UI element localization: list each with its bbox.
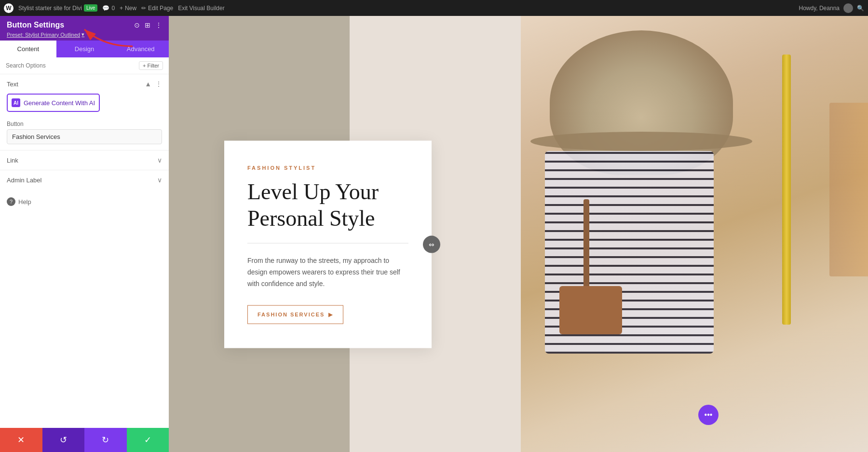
admin-bar-left: W Stylist starter site for Divi Live 💬 0…	[4, 3, 225, 13]
preset-text[interactable]: Preset: Stylist Primary Outlined	[7, 32, 80, 38]
wordpress-logo[interactable]: W	[4, 3, 14, 13]
howdy-text: Howdy, Deanna	[799, 5, 840, 12]
live-badge: Live	[84, 4, 97, 12]
hat-brim	[530, 132, 752, 151]
text-section-title: Text	[7, 81, 18, 88]
filter-button[interactable]: + Filter	[139, 61, 163, 70]
section-more-icon[interactable]: ⋮	[155, 80, 162, 88]
user-avatar	[843, 3, 853, 13]
ai-generate-label: Generate Content With AI	[24, 99, 95, 107]
help-icon[interactable]: ?	[7, 197, 15, 206]
main-content: FASHION STYLIST Level Up Your Personal S…	[169, 16, 868, 452]
card-body: From the runway to the streets, my appro…	[247, 255, 408, 289]
fashion-services-label: FASHION SERVICES	[258, 312, 325, 317]
button-field-label: Button	[0, 118, 169, 129]
preset-chevron: ▾	[81, 31, 84, 38]
gold-rack-bar	[782, 55, 791, 325]
search-bar: + Filter	[0, 57, 169, 74]
bag-body	[559, 286, 622, 334]
floating-dots-button[interactable]: •••	[698, 405, 719, 425]
link-label: Link	[7, 157, 18, 164]
panel-title-row: Button Settings ⊙ ⊞ ⋮	[7, 21, 162, 29]
edit-page-button[interactable]: ✏ Edit Page	[141, 5, 173, 12]
left-panel: Button Settings ⊙ ⊞ ⋮ Preset: Stylist Pr…	[0, 16, 169, 452]
camera-icon[interactable]: ⊙	[134, 21, 140, 29]
admin-label-chevron: ∨	[157, 176, 162, 184]
comment-count[interactable]: 💬 0	[102, 5, 115, 12]
redo-button[interactable]: ↻	[84, 428, 127, 452]
arrow-icon: ▶	[328, 311, 333, 317]
hero-image	[521, 16, 868, 452]
admin-label-section[interactable]: Admin Label ∨	[0, 170, 169, 190]
layout-icon[interactable]: ⊞	[145, 21, 150, 29]
card-divider	[247, 243, 408, 244]
tab-design[interactable]: Design	[56, 41, 113, 57]
help-section: ? Help	[0, 190, 169, 214]
tab-content[interactable]: Content	[0, 41, 56, 57]
bottom-toolbar: ✕ ↺ ↻ ✓	[0, 428, 169, 452]
ai-generate-button[interactable]: AI Generate Content With AI	[7, 94, 100, 112]
admin-label-text: Admin Label	[7, 177, 41, 184]
more-icon[interactable]: ⋮	[155, 21, 162, 29]
panel-tabs: Content Design Advanced	[0, 41, 169, 57]
ai-icon: AI	[12, 98, 20, 107]
card-subtitle: FASHION STYLIST	[247, 165, 408, 171]
collapse-icon[interactable]: ▲	[145, 80, 151, 88]
fashion-services-button[interactable]: FASHION SERVICES ▶	[247, 305, 343, 324]
undo-button[interactable]: ↺	[42, 428, 85, 452]
preview-area: FASHION STYLIST Level Up Your Personal S…	[169, 16, 868, 452]
site-name[interactable]: Stylist starter site for Divi Live	[18, 4, 97, 12]
search-icon[interactable]: 🔍	[857, 5, 864, 12]
help-text[interactable]: Help	[18, 198, 31, 205]
button-text-input[interactable]	[7, 129, 162, 144]
text-section-header: Text ▲ ⋮	[0, 74, 169, 92]
search-input[interactable]	[6, 62, 135, 69]
tab-advanced[interactable]: Advanced	[112, 41, 169, 57]
admin-bar: W Stylist starter site for Divi Live 💬 0…	[0, 0, 868, 16]
new-button[interactable]: + New	[120, 5, 136, 12]
link-chevron: ∨	[157, 156, 162, 164]
panel-header: Button Settings ⊙ ⊞ ⋮ Preset: Stylist Pr…	[0, 16, 169, 41]
panel-title: Button Settings	[7, 21, 64, 29]
fashion-card: FASHION STYLIST Level Up Your Personal S…	[224, 141, 432, 348]
link-section[interactable]: Link ∨	[0, 150, 169, 170]
panel-content: Text ▲ ⋮ AI Generate Content With AI But…	[0, 74, 169, 452]
panel-header-icons: ⊙ ⊞ ⋮	[134, 21, 162, 29]
cancel-button[interactable]: ✕	[0, 428, 42, 452]
drag-handle[interactable]: ⇔	[423, 235, 440, 253]
section-icons: ▲ ⋮	[145, 80, 162, 88]
exit-builder-button[interactable]: Exit Visual Builder	[178, 5, 225, 12]
panel-preset: Preset: Stylist Primary Outlined ▾	[7, 31, 162, 38]
card-title: Level Up Your Personal Style	[247, 178, 408, 232]
admin-bar-right: Howdy, Deanna 🔍	[799, 3, 865, 13]
save-button[interactable]: ✓	[127, 428, 169, 452]
partial-figure	[829, 103, 868, 276]
